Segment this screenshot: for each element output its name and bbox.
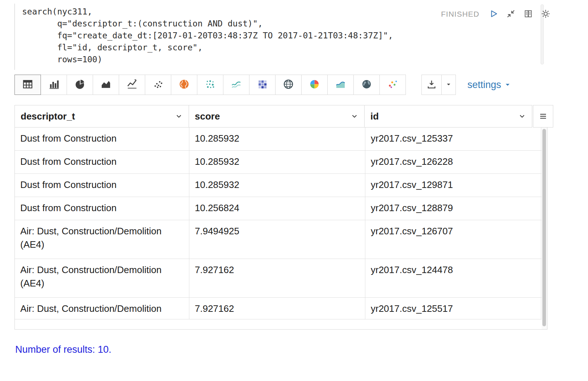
viz-map-button[interactable] — [171, 75, 197, 95]
viz-button-group — [14, 75, 406, 95]
globe-wireframe-plugin-icon — [283, 79, 294, 91]
orange-globe-map-icon — [178, 79, 190, 91]
viz-area-chart-button[interactable] — [93, 75, 119, 95]
viz-bubble-plugin-button[interactable] — [379, 75, 406, 95]
viz-lines-plugin-button[interactable] — [223, 75, 249, 95]
chevron-down-icon[interactable] — [350, 112, 358, 120]
download-options-button[interactable] — [441, 75, 456, 95]
viz-area-plugin-button[interactable] — [327, 75, 354, 95]
viz-earth-plugin-button[interactable] — [353, 75, 380, 95]
chevron-down-icon[interactable] — [518, 112, 526, 120]
column-header-id[interactable]: id — [364, 105, 532, 127]
cell-score: 7.927162 — [189, 298, 365, 319]
table-row: Air: Dust, Construction/Demolition (AE4)… — [15, 259, 547, 298]
column-label: id — [370, 111, 379, 122]
cell-descriptor: Dust from Construction — [15, 197, 189, 220]
viz-heatmap-plugin-button[interactable] — [249, 75, 276, 95]
cell-score: 10.285932 — [189, 174, 365, 197]
results-table: descriptor_t score id — [14, 105, 553, 330]
cell-descriptor: Dust from Construction — [15, 174, 189, 197]
column-label: score — [195, 111, 220, 122]
table-body: Dust from Construction 10.285932 yr2017.… — [14, 127, 547, 330]
paragraph-status: FINISHED — [441, 10, 479, 18]
cell-score: 7.927162 — [189, 259, 365, 297]
cell-descriptor: Dust from Construction — [15, 127, 189, 150]
viz-bar-chart-button[interactable] — [41, 75, 67, 95]
settings-dropdown[interactable]: settings — [467, 79, 511, 91]
cell-id: yr2017.csv_129871 — [365, 174, 541, 197]
cell-score: 10.285932 — [189, 151, 365, 173]
settings-label: settings — [467, 79, 501, 91]
scatter-chart-icon — [152, 79, 164, 91]
chevron-down-icon[interactable] — [175, 112, 183, 120]
table-row: Dust from Construction 10.285932 yr2017.… — [15, 127, 547, 151]
cell-id: yr2017.csv_128879 — [365, 197, 541, 220]
table-row: Air: Dust, Construction/Demolition (AE4)… — [15, 220, 547, 259]
table-menu-button[interactable] — [533, 105, 553, 127]
cell-descriptor: Air: Dust, Construction/Demolition (AE4) — [15, 259, 189, 297]
run-button[interactable] — [488, 9, 499, 20]
caret-down-icon — [504, 79, 511, 91]
viz-pie-plugin-button[interactable] — [301, 75, 328, 95]
cell-id: yr2017.csv_126707 — [365, 220, 541, 259]
viz-table-button[interactable] — [14, 75, 41, 95]
viz-line-chart-button[interactable] — [119, 75, 145, 95]
cell-id: yr2017.csv_124478 — [365, 259, 541, 297]
column-label: descriptor_t — [21, 111, 75, 122]
column-header-descriptor_t[interactable]: descriptor_t — [14, 105, 189, 127]
teal-lines-plugin-icon — [231, 79, 242, 91]
table-row: Dust from Construction 10.256824 yr2017.… — [15, 197, 547, 220]
cell-descriptor: Air: Dust, Construction/Demolition (AE4) — [15, 220, 189, 259]
code-line: fq="create_date_dt:[2017-01-20T03:48:37Z… — [22, 30, 544, 42]
line-chart-icon — [126, 79, 138, 91]
table-scrollbar[interactable] — [542, 127, 547, 329]
cell-score: 10.256824 — [189, 197, 365, 220]
teal-area-plugin-icon — [335, 79, 346, 91]
viz-globe-plugin-button[interactable] — [275, 75, 302, 95]
table-row: Dust from Construction 10.285932 yr2017.… — [15, 174, 547, 197]
viz-scatter-chart-button[interactable] — [145, 75, 171, 95]
earth-globe-plugin-icon — [361, 79, 372, 91]
color-scatter-plugin-icon — [387, 79, 398, 91]
cell-descriptor: Dust from Construction — [15, 151, 189, 173]
hamburger-icon — [539, 112, 547, 121]
area-chart-icon — [100, 79, 112, 91]
code-line: rows=100) — [22, 54, 544, 66]
download-button[interactable] — [421, 75, 442, 95]
collapse-button[interactable] — [505, 9, 516, 20]
notebook-paragraph: search(nyc311, q="descriptor_t:(construc… — [0, 0, 588, 381]
play-icon — [489, 9, 498, 20]
cell-id: yr2017.csv_125337 — [365, 127, 541, 150]
bar-chart-icon — [48, 79, 59, 91]
table-header-row: descriptor_t score id — [14, 105, 553, 127]
cell-id: yr2017.csv_126228 — [365, 151, 541, 173]
cell-score: 7.9494925 — [189, 220, 365, 259]
pie-chart-icon — [74, 79, 85, 91]
download-group — [421, 75, 456, 95]
editor-toggle-button[interactable] — [523, 9, 534, 20]
column-header-score[interactable]: score — [189, 105, 365, 127]
viz-scatter-plugin-button[interactable] — [197, 75, 223, 95]
code-line: fl="id, descriptor_t, score", — [22, 42, 544, 54]
table-row: Dust from Construction 10.285932 yr2017.… — [15, 151, 547, 174]
paragraph-controls: FINISHED — [441, 9, 551, 20]
book-icon — [524, 9, 533, 20]
viz-toolbar: settings — [14, 75, 511, 95]
cell-descriptor: Air: Dust, Construction/Demolition — [15, 298, 189, 319]
table-row: Air: Dust, Construction/Demolition 7.927… — [15, 298, 547, 319]
table-icon — [22, 79, 33, 91]
paragraph-settings-button[interactable] — [540, 9, 551, 20]
table-scrollbar-thumb[interactable] — [542, 129, 546, 326]
teal-scatter-plugin-icon — [205, 79, 216, 91]
color-pie-plugin-icon — [309, 79, 320, 91]
download-icon — [427, 79, 437, 91]
cell-score: 10.285932 — [189, 127, 365, 150]
heatmap-grid-plugin-icon — [257, 79, 268, 91]
collapse-icon — [506, 9, 516, 20]
cell-id: yr2017.csv_125517 — [365, 298, 541, 319]
results-count: Number of results: 10. — [15, 344, 112, 355]
viz-pie-chart-button[interactable] — [67, 75, 93, 95]
gear-icon — [541, 9, 550, 20]
caret-down-icon — [445, 81, 452, 89]
